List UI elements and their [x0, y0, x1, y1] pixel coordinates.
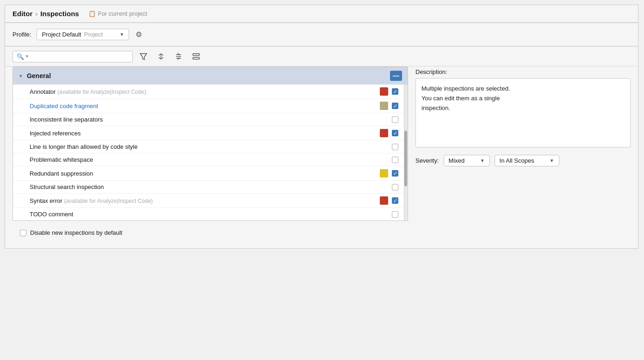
bottom-row: Disable new inspections by default: [12, 225, 408, 241]
profile-row: Profile: Project Default Project ▼ ⚙: [5, 23, 638, 46]
expand-all-icon: [157, 52, 165, 61]
severity-dot-syntax: [380, 196, 388, 205]
gear-button[interactable]: ⚙: [135, 29, 143, 40]
filter-button[interactable]: [136, 50, 150, 62]
inspection-name-annotator: Annotator (available for Analyze|Inspect…: [30, 88, 376, 95]
table-row: Syntax error (available for Analyze|Insp…: [13, 194, 404, 208]
table-row: Structural search inspection: [13, 181, 404, 194]
severity-dot-redundant: [380, 169, 388, 177]
profile-name: Project Default: [42, 31, 81, 38]
scope-value: In All Scopes: [500, 157, 534, 164]
content-area: ▼ General — Annotator (available for Ana…: [5, 67, 638, 248]
breadcrumb-separator: ›: [35, 10, 37, 18]
project-icon: 📋: [88, 10, 96, 17]
toolbar-row: 🔍▼: [5, 47, 638, 67]
left-panel: ▼ General — Annotator (available for Ana…: [12, 67, 408, 241]
group-label: General: [27, 72, 386, 79]
group-triangle: ▼: [19, 73, 23, 79]
profile-type: Project: [84, 31, 103, 38]
group-toggle-button[interactable]: —: [390, 71, 402, 81]
checkbox-annotator[interactable]: [392, 88, 398, 95]
search-dropdown-arrow: ▼: [25, 54, 29, 59]
scope-dropdown-arrow: ▼: [550, 158, 554, 163]
breadcrumb-inspections: Inspections: [40, 10, 79, 18]
severity-dot-duplicated: [380, 102, 388, 110]
inspection-name-whitespace: Problematic whitespace: [30, 156, 388, 163]
table-row: Annotator (available for Analyze|Inspect…: [13, 85, 404, 99]
checkbox-structural[interactable]: [392, 184, 398, 190]
checkbox-whitespace[interactable]: [392, 157, 398, 163]
filter-icon: [139, 52, 148, 61]
svg-marker-0: [140, 54, 147, 60]
scope-select[interactable]: In All Scopes ▼: [495, 155, 559, 166]
group-button[interactable]: [189, 50, 203, 62]
expand-all-button[interactable]: [154, 50, 168, 62]
breadcrumb: Editor › Inspections: [12, 10, 79, 18]
severity-dot-injected: [380, 129, 388, 137]
profile-dropdown-arrow: ▼: [120, 32, 124, 37]
inspection-name-duplicated: Duplicated code fragment: [30, 103, 376, 110]
checkbox-todo[interactable]: [392, 211, 398, 218]
description-title: Description:: [415, 68, 631, 75]
right-panel: Description: Multiple inspections are se…: [415, 67, 631, 241]
table-row: TODO comment: [13, 208, 404, 220]
table-row: Inconsistent line separators: [13, 113, 404, 126]
severity-dropdown-arrow: ▼: [480, 158, 485, 163]
search-icon: 🔍▼: [17, 53, 29, 60]
group-header: ▼ General —: [13, 67, 408, 85]
for-project: 📋 For current project: [88, 10, 147, 17]
inspection-name-syntax: Syntax error (available for Analyze|Insp…: [30, 197, 376, 204]
table-row: Duplicated code fragment: [13, 99, 404, 113]
checkbox-syntax[interactable]: [392, 197, 398, 204]
main-panel: Editor › Inspections 📋 For current proje…: [5, 5, 638, 249]
table-row: Line is longer than allowed by code styl…: [13, 140, 404, 153]
checkbox-redundant[interactable]: [392, 170, 398, 177]
for-project-label: For current project: [98, 10, 147, 17]
scrollbar-thumb[interactable]: [404, 131, 407, 186]
disable-label: Disable new inspections by default: [30, 229, 122, 236]
list-with-scroll: Annotator (available for Analyze|Inspect…: [13, 85, 408, 220]
description-box: Multiple inspections are selected. You c…: [415, 78, 631, 147]
severity-value: Mixed: [449, 157, 465, 164]
description-section: Description: Multiple inspections are se…: [415, 68, 631, 147]
header: Editor › Inspections 📋 For current proje…: [5, 5, 638, 23]
checkbox-duplicated[interactable]: [392, 103, 398, 109]
profile-label: Profile:: [12, 31, 31, 38]
profile-select[interactable]: Project Default Project ▼: [37, 29, 129, 40]
severity-select[interactable]: Mixed ▼: [444, 155, 490, 166]
checkbox-linelength[interactable]: [392, 144, 398, 150]
svg-rect-12: [193, 57, 199, 59]
list-items: Annotator (available for Analyze|Inspect…: [13, 85, 404, 220]
severity-dot-annotator: [380, 87, 388, 96]
disable-checkbox[interactable]: [20, 230, 26, 236]
group-icon: [192, 52, 200, 61]
search-box: 🔍▼: [12, 51, 133, 62]
checkbox-injected[interactable]: [392, 130, 398, 136]
inspection-name-todo: TODO comment: [30, 211, 388, 218]
scrollbar-track[interactable]: [404, 85, 408, 220]
collapse-all-icon: [174, 52, 183, 61]
inspection-name-inconsistent: Inconsistent line separators: [30, 116, 388, 123]
inspection-name-redundant: Redundant suppression: [30, 170, 376, 177]
inspection-list: ▼ General — Annotator (available for Ana…: [12, 67, 408, 221]
checkbox-inconsistent[interactable]: [392, 116, 398, 123]
profile-select-text: Project Default Project: [42, 31, 103, 38]
inspection-name-structural: Structural search inspection: [30, 183, 388, 190]
table-row: Injected references: [13, 126, 404, 140]
collapse-all-button[interactable]: [172, 50, 186, 62]
inspection-name-injected: Injected references: [30, 130, 376, 137]
severity-row: Severity: Mixed ▼ In All Scopes ▼: [415, 155, 631, 166]
inspection-name-linelength: Line is longer than allowed by code styl…: [30, 143, 388, 150]
table-row: Redundant suppression: [13, 166, 404, 181]
table-row: Problematic whitespace: [13, 153, 404, 166]
svg-rect-11: [193, 54, 199, 55]
search-input[interactable]: [32, 53, 129, 60]
severity-label: Severity:: [415, 157, 439, 164]
breadcrumb-editor: Editor: [12, 10, 32, 18]
